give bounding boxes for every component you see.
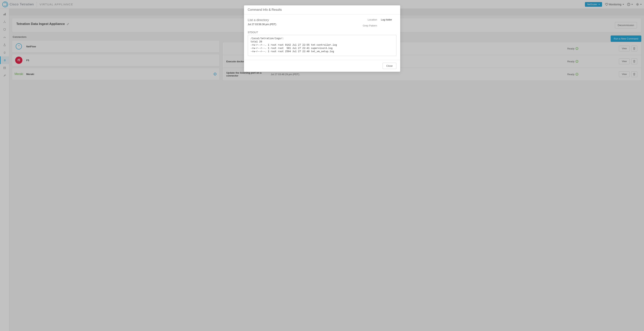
location-label: Location: [368, 18, 377, 21]
modal-meta: Location Log folder Grep Pattern: [363, 18, 396, 27]
modal-body: List a directory Jul 27 03:56:36 pm (PDT…: [244, 14, 400, 60]
modal-title: List a directory: [248, 18, 276, 22]
modal-header: Command Info & Results: [244, 5, 400, 14]
location-value: Log folder: [381, 18, 396, 21]
modal-footer: Close: [244, 60, 400, 72]
stdout-output[interactable]: /local/tetration/logs/: total 20 -rw-r--…: [248, 35, 396, 56]
modal-overlay[interactable]: Command Info & Results List a directory …: [0, 0, 644, 331]
stdout-label: STDOUT: [248, 31, 396, 34]
grep-value: [381, 24, 396, 27]
command-results-modal: Command Info & Results List a directory …: [244, 5, 400, 72]
modal-timestamp: Jul 27 03:56:36 pm (PDT): [248, 23, 276, 26]
close-button[interactable]: Close: [382, 63, 396, 69]
grep-label: Grep Pattern: [363, 24, 377, 27]
